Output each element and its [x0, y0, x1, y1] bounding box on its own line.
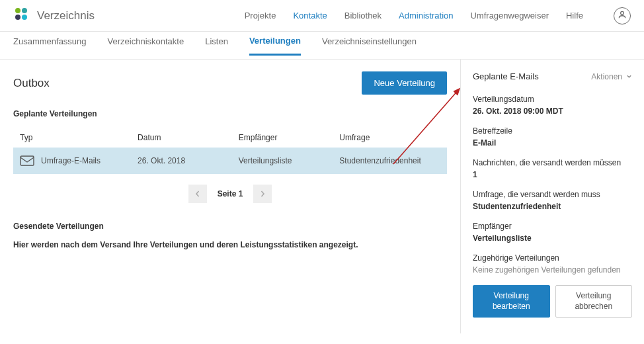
field-label: Empfänger — [473, 222, 632, 231]
actions-dropdown[interactable]: Aktionen — [591, 72, 632, 81]
field-value: Studentenzufriedenheit — [473, 202, 632, 211]
pagination: Seite 1 — [13, 185, 447, 203]
field-value: E-Mail — [473, 138, 632, 148]
planned-distributions-title: Geplante Verteilungen — [13, 109, 447, 118]
page-next-button[interactable] — [253, 185, 272, 203]
row-survey: Studentenzufriedenheit — [339, 156, 440, 165]
svg-point-3 — [22, 15, 27, 20]
field-distribution-date: Verteilungsdatum 26. Okt. 2018 09:00 MDT — [473, 95, 632, 116]
svg-point-1 — [22, 8, 27, 13]
planned-table: Typ Datum Empfänger Umfrage Umfrage-E-Ma… — [13, 128, 447, 174]
content-layout: Outbox Neue Verteilung Geplante Verteilu… — [0, 60, 644, 333]
nav-surveywizard[interactable]: Umfragenwegweiser — [470, 11, 549, 21]
field-label: Umfrage, die versandt werden muss — [473, 190, 632, 199]
side-panel: Geplante E-Mails Aktionen Verteilungsdat… — [460, 60, 644, 333]
side-header: Geplante E-Mails Aktionen — [473, 71, 632, 81]
row-typ: Umfrage-E-Mails — [41, 156, 101, 165]
svg-point-2 — [15, 15, 20, 20]
col-header-datum: Datum — [138, 133, 239, 142]
profile-button[interactable] — [614, 7, 631, 24]
sent-distributions-title: Gesendete Verteilungen — [13, 222, 447, 231]
page-title: Outbox — [13, 77, 50, 90]
user-icon — [618, 10, 627, 21]
field-survey: Umfrage, die versandt werden muss Studen… — [473, 190, 632, 211]
mail-icon — [20, 155, 34, 166]
chevron-right-icon — [259, 189, 266, 199]
field-label: Nachrichten, die versandt werden müssen — [473, 158, 632, 167]
field-recipient: Empfänger Verteilungsliste — [473, 222, 632, 243]
svg-point-0 — [15, 8, 20, 13]
brand: Verzeichnis — [13, 6, 95, 25]
new-distribution-button[interactable]: Neue Verteilung — [362, 71, 447, 95]
field-label: Betreffzeile — [473, 126, 632, 136]
actions-label: Aktionen — [591, 72, 622, 81]
main-panel: Outbox Neue Verteilung Geplante Verteilu… — [0, 60, 460, 333]
tab-contacts[interactable]: Verzeichniskontakte — [108, 36, 184, 54]
col-header-umfrage: Umfrage — [339, 133, 440, 142]
field-subject: Betreffzeile E-Mail — [473, 126, 632, 148]
nav-projects[interactable]: Projekte — [245, 11, 276, 21]
chevron-down-icon — [626, 72, 632, 81]
page-prev-button[interactable] — [188, 185, 207, 203]
sub-tabs: Zusammenfassung Verzeichniskontakte List… — [0, 32, 644, 60]
nav-admin[interactable]: Administration — [399, 11, 453, 21]
svg-rect-5 — [20, 156, 34, 165]
tab-distributions[interactable]: Verteilungen — [249, 36, 301, 56]
page-label: Seite 1 — [218, 189, 243, 198]
cancel-distribution-button[interactable]: Verteilung abbrechen — [555, 285, 633, 318]
tab-settings[interactable]: Verzeichniseinstellungen — [322, 36, 417, 54]
field-messages: Nachrichten, die versandt werden müssen … — [473, 158, 632, 179]
side-buttons: Verteilung bearbeiten Verteilung abbrech… — [473, 285, 632, 318]
field-note: Keine zugehörigen Verteilungen gefunden — [473, 265, 632, 275]
col-header-typ: Typ — [20, 133, 138, 142]
edit-distribution-button[interactable]: Verteilung bearbeiten — [473, 285, 550, 318]
field-related: Zugehörige Verteilungen Keine zugehörige… — [473, 253, 632, 275]
row-datum: 26. Okt. 2018 — [138, 156, 239, 165]
nav-help[interactable]: Hilfe — [566, 11, 583, 21]
chevron-left-icon — [194, 189, 201, 199]
sent-empty-text: Hier werden nach dem Versand Ihre Vertei… — [13, 240, 447, 249]
brand-title: Verzeichnis — [37, 9, 95, 22]
table-row[interactable]: Umfrage-E-Mails 26. Okt. 2018 Verteilung… — [13, 148, 447, 174]
tab-lists[interactable]: Listen — [205, 36, 228, 54]
field-label: Zugehörige Verteilungen — [473, 253, 632, 263]
main-header: Outbox Neue Verteilung — [13, 71, 447, 95]
side-title: Geplante E-Mails — [473, 71, 539, 81]
field-value: Verteilungsliste — [473, 234, 632, 243]
field-value: 26. Okt. 2018 09:00 MDT — [473, 107, 632, 116]
table-header: Typ Datum Empfänger Umfrage — [13, 128, 447, 148]
top-bar: Verzeichnis Projekte Kontakte Bibliothek… — [0, 0, 644, 32]
tab-summary[interactable]: Zusammenfassung — [13, 36, 87, 54]
nav-contacts[interactable]: Kontakte — [293, 11, 327, 21]
col-header-empfaenger: Empfänger — [239, 133, 340, 142]
nav-library[interactable]: Bibliothek — [344, 11, 382, 21]
top-nav: Projekte Kontakte Bibliothek Administrat… — [245, 7, 631, 24]
brand-logo-icon — [13, 6, 30, 25]
field-label: Verteilungsdatum — [473, 95, 632, 104]
field-value: 1 — [473, 170, 632, 179]
svg-point-4 — [621, 11, 624, 15]
row-recipient: Verteilungsliste — [239, 156, 340, 165]
